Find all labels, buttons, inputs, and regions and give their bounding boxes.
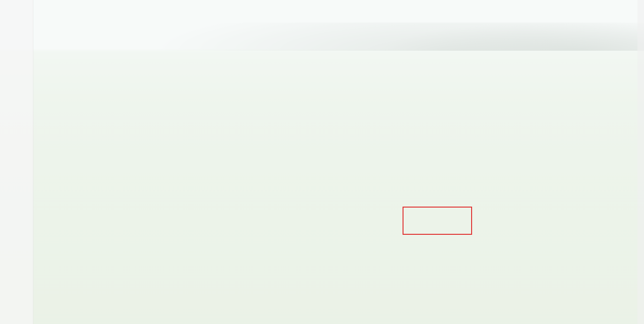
right-stripe[interactable] <box>637 0 644 324</box>
code-surface <box>0 0 644 324</box>
gutter-marks <box>28 0 33 324</box>
gutter[interactable] <box>0 0 33 324</box>
